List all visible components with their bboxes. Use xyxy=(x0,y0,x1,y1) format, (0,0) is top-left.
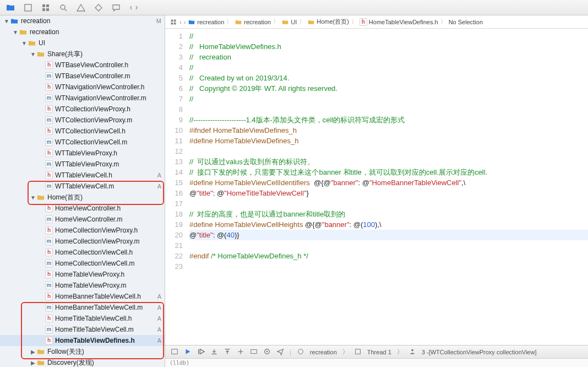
debug-crumb-target[interactable]: recreation xyxy=(310,349,337,355)
tree-row[interactable]: ▼UI xyxy=(0,37,165,48)
tree-row[interactable]: mHomeCollectionViewProxy.m xyxy=(0,236,165,247)
code-line[interactable]: // Created by wt on 2019/3/14. xyxy=(189,73,588,83)
toolbar-grid-icon[interactable] xyxy=(41,3,51,13)
related-items-icon[interactable] xyxy=(170,18,177,26)
jump-bar[interactable]: ‹›recreation〉recreation〉UI〉Home(首页)〉hHom… xyxy=(165,15,588,29)
tree-row[interactable]: hHomeTableViewProxy.h xyxy=(0,269,165,280)
code-line[interactable]: // HomeTableViewDefines.h xyxy=(189,41,588,52)
lldb-prompt[interactable]: (lldb) xyxy=(165,358,588,367)
code-line[interactable]: // 接口下发的时候，只需要下发过来这个banner 和title，就可以取到对… xyxy=(189,167,588,177)
toolbar-arrows-icon[interactable] xyxy=(129,3,139,13)
toolbar-folder-icon[interactable] xyxy=(6,3,15,13)
breadcrumb-item[interactable]: UI xyxy=(281,18,297,26)
code-line[interactable] xyxy=(189,240,588,251)
disclosure-icon[interactable]: ▶ xyxy=(30,349,36,355)
debug-bar[interactable]: |recreation〉Thread 1〉3 -[WTCollectionVie… xyxy=(165,345,588,358)
code-line[interactable] xyxy=(189,104,588,115)
toolbar-box-icon[interactable] xyxy=(23,3,33,13)
tree-row[interactable]: hWTBaseViewController.h xyxy=(0,60,165,71)
toolbar-diamond-icon[interactable] xyxy=(94,3,104,13)
code-line[interactable]: // recreation xyxy=(189,52,588,62)
forward-button[interactable]: › xyxy=(184,19,186,25)
back-button[interactable]: ‹ xyxy=(179,19,182,25)
debug-crumb-thread[interactable]: Thread 1 xyxy=(367,349,391,355)
tree-row[interactable]: mHomeTitleTableViewCell.mA xyxy=(0,324,165,335)
tree-row[interactable]: ▶Follow(关注) xyxy=(0,346,165,357)
debug-control-icon[interactable] xyxy=(210,348,218,357)
debug-control-icon[interactable] xyxy=(237,348,244,357)
tree-row[interactable]: hHomeCollectionViewProxy.h xyxy=(0,225,165,236)
tree-row[interactable]: mHomeTableViewProxy.m xyxy=(0,280,165,291)
code-line[interactable]: @"title": @(40)} xyxy=(189,230,588,240)
breadcrumb-item[interactable]: recreation xyxy=(188,18,224,26)
debug-control-icon[interactable] xyxy=(276,348,284,357)
toolbar-chat-icon[interactable] xyxy=(111,3,121,13)
tree-row[interactable]: ▼recreation xyxy=(0,26,165,37)
tree-row[interactable]: ▼Home(首页) xyxy=(0,192,165,203)
tree-row[interactable]: hHomeViewController.h xyxy=(0,203,165,214)
tree-row[interactable]: ▶Discovery(发现) xyxy=(0,357,165,367)
code-line[interactable]: #define HomeTableViewCellIdentifiers @{@… xyxy=(189,177,588,188)
tree-row[interactable]: mWTBaseViewController.m xyxy=(0,71,165,82)
code-content[interactable]: //// HomeTableViewDefines.h// recreation… xyxy=(187,29,588,345)
code-line[interactable]: // 可以通过valus去取到所有的标识符。 xyxy=(189,156,588,167)
breadcrumb-item[interactable]: Home(首页) xyxy=(307,18,349,26)
debug-control-icon[interactable] xyxy=(263,348,271,357)
disclosure-icon[interactable]: ▼ xyxy=(21,40,28,46)
tree-row[interactable]: mWTTableViewCell.mA xyxy=(0,181,165,192)
debug-control-icon[interactable] xyxy=(171,348,178,357)
tree-row[interactable]: hHomeTableViewDefines.hA xyxy=(0,335,165,346)
tree-row[interactable]: hWTCollectionViewCell.h xyxy=(0,126,165,137)
header-file-icon: h xyxy=(45,337,53,344)
code-line[interactable]: #define HomeTableViewCellHeights @{@"ban… xyxy=(189,219,588,230)
code-line[interactable]: //----------------------1.4版本-添加头文件类，cel… xyxy=(189,115,588,125)
tree-row[interactable]: mWTCollectionViewProxy.m xyxy=(0,115,165,126)
code-line[interactable]: // 对应的高度，也是可以通过banner和title取到的 xyxy=(189,209,588,219)
tree-row[interactable]: mWTNavigationViewController.m xyxy=(0,93,165,104)
tree-row[interactable]: hHomeBannerTableViewCell.hA xyxy=(0,291,165,302)
breadcrumb-item[interactable]: recreation xyxy=(235,18,271,26)
tree-row[interactable]: hWTNavigationViewController.h xyxy=(0,82,165,93)
code-line[interactable]: #endif /* HomeTableViewDefines_h */ xyxy=(189,251,588,261)
project-navigator[interactable]: ▼recreationM▼recreation▼UI▼Share(共享)hWTB… xyxy=(0,15,165,367)
code-line[interactable]: #ifndef HomeTableViewDefines_h xyxy=(189,125,588,136)
disclosure-icon[interactable]: ▼ xyxy=(12,29,19,35)
tree-row[interactable]: mHomeBannerTableViewCell.mA xyxy=(0,302,165,313)
code-line[interactable]: // xyxy=(189,62,588,73)
tree-row[interactable]: hHomeCollectionViewCell.h xyxy=(0,247,165,258)
source-editor[interactable]: 1234567891011121314151617181920212223 //… xyxy=(165,29,588,345)
tree-row[interactable]: ▼Share(共享) xyxy=(0,48,165,60)
disclosure-icon[interactable]: ▼ xyxy=(30,51,36,57)
tree-row[interactable]: hWTTableViewCell.hA xyxy=(0,170,165,181)
debug-control-icon[interactable] xyxy=(224,348,231,357)
tree-row[interactable]: mWTCollectionViewCell.m xyxy=(0,137,165,148)
tree-row[interactable]: mHomeViewController.m xyxy=(0,214,165,225)
code-line[interactable] xyxy=(189,146,588,156)
tree-row[interactable]: ▼recreationM xyxy=(0,15,165,26)
code-line[interactable] xyxy=(189,261,588,272)
debug-crumb-frame[interactable]: 3 -[WTCollectionViewProxy collectionView… xyxy=(422,349,537,355)
toolbar-search-icon[interactable] xyxy=(58,3,68,13)
tree-row[interactable]: mHomeCollectionViewCell.m xyxy=(0,258,165,269)
code-line[interactable]: // xyxy=(189,94,588,104)
disclosure-icon[interactable]: ▼ xyxy=(30,195,36,201)
code-line[interactable]: // Copyright © 2019年 WT. All rights rese… xyxy=(189,83,588,94)
tree-row[interactable]: hWTCollectionViewProxy.h xyxy=(0,104,165,115)
toolbar-warning-icon[interactable] xyxy=(76,3,86,13)
code-line[interactable]: @"title": @"HomeTitleTableViewCell"} xyxy=(189,188,588,198)
debug-control-icon[interactable] xyxy=(250,348,258,357)
svg-rect-11 xyxy=(172,349,178,354)
debug-control-icon[interactable] xyxy=(184,348,192,357)
tree-row[interactable]: hHomeTitleTableViewCell.hA xyxy=(0,313,165,324)
tree-row[interactable]: mWTTableViewProxy.m xyxy=(0,159,165,170)
breadcrumb-item[interactable]: No Selection xyxy=(449,19,483,25)
disclosure-icon[interactable]: ▼ xyxy=(3,18,10,24)
code-line[interactable]: #define HomeTableViewDefines_h xyxy=(189,136,588,146)
code-line[interactable] xyxy=(189,198,588,209)
breadcrumb-item[interactable]: hHomeTableViewDefines.h xyxy=(360,18,438,26)
tree-item-label: HomeBannerTableViewCell.h xyxy=(55,293,154,300)
disclosure-icon[interactable]: ▶ xyxy=(30,360,36,366)
tree-row[interactable]: hWTTableViewProxy.h xyxy=(0,148,165,159)
code-line[interactable]: // xyxy=(189,31,588,41)
debug-control-icon[interactable] xyxy=(197,348,205,357)
